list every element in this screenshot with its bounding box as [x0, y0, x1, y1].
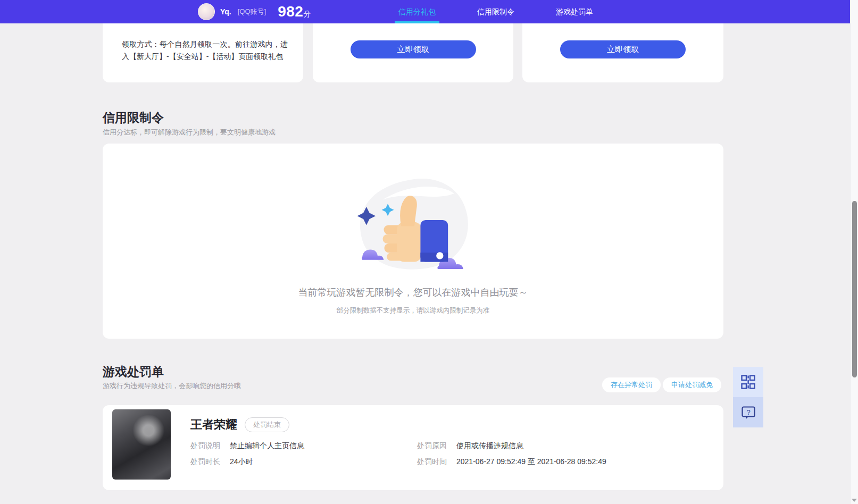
help-bubble-icon: ?: [741, 405, 756, 420]
claim-gift-button[interactable]: 立即领取: [351, 40, 476, 58]
floating-toolbar: ?: [733, 367, 763, 427]
restriction-section-title: 信用限制令: [103, 110, 164, 126]
thumbs-up-illustration: [352, 174, 474, 275]
penalty-section-title: 游戏处罚单: [103, 364, 164, 380]
user-summary: Yq. [QQ账号] 982分: [198, 0, 311, 23]
qr-code-button[interactable]: [733, 367, 763, 397]
penalty-field-description: 处罚说明禁止编辑个人主页信息: [190, 441, 304, 451]
game-thumbnail: [112, 409, 171, 480]
penalty-reduction-link[interactable]: 申请处罚减免: [663, 377, 721, 392]
scrollbar-thumb[interactable]: [852, 201, 857, 377]
scrollbar-down-arrow[interactable]: [852, 499, 857, 502]
abnormal-penalty-link[interactable]: 存在异常处罚: [602, 377, 661, 392]
help-button[interactable]: ?: [733, 397, 763, 427]
tab-game-penalty[interactable]: 游戏处罚单: [535, 0, 614, 23]
account-type: [QQ账号]: [238, 7, 266, 16]
svg-text:?: ?: [746, 408, 750, 416]
credit-page: 领取方式：每个自然月领取一次。前往游戏内，进入【新大厅】-【安全站】-【活动】页…: [0, 0, 858, 504]
restriction-section-subtitle: 信用分达标，即可解除游戏行为限制，要文明健康地游戏: [103, 128, 276, 137]
credit-score-unit: 分: [303, 10, 311, 18]
tab-credit-restriction[interactable]: 信用限制令: [456, 0, 535, 23]
gift-claim-instructions: 领取方式：每个自然月领取一次。前往游戏内，进入【新大厅】-【安全站】-【活动】页…: [122, 38, 288, 63]
restriction-empty-message: 当前常玩游戏暂无限制令，您可以在游戏中自由玩耍～: [103, 286, 723, 299]
top-nav-bar: Yq. [QQ账号] 982分 信用分礼包 信用限制令 游戏处罚单: [0, 0, 858, 23]
tab-credit-gift[interactable]: 信用分礼包: [378, 0, 456, 23]
game-name: 王者荣耀: [190, 417, 237, 433]
penalty-section-subtitle: 游戏行为违规导致处罚，会影响您的信用分哦: [103, 381, 241, 391]
vertical-scrollbar[interactable]: [850, 0, 858, 504]
penalty-field-reason: 处罚原因使用或传播违规信息: [417, 441, 523, 451]
nav-tabs: 信用分礼包 信用限制令 游戏处罚单: [378, 0, 614, 23]
qr-code-icon: [741, 375, 755, 389]
restriction-empty-card: 当前常玩游戏暂无限制令，您可以在游戏中自由玩耍～ 部分限制数据不支持显示，请以游…: [103, 144, 723, 339]
restriction-empty-note: 部分限制数据不支持显示，请以游戏内限制记录为准: [103, 306, 723, 315]
user-name: Yq.: [220, 7, 231, 16]
claim-gift-button[interactable]: 立即领取: [560, 40, 686, 58]
active-tab-underline: [395, 21, 439, 23]
penalty-status-badge: 处罚结束: [245, 417, 289, 432]
credit-score: 982分: [278, 3, 311, 20]
penalty-field-time: 处罚时间2021-06-27 09:52:49 至 2021-06-28 09:…: [417, 457, 606, 467]
avatar[interactable]: [198, 3, 215, 20]
penalty-field-duration: 处罚时长24小时: [190, 457, 253, 467]
penalty-record-card: 王者荣耀 处罚结束 处罚说明禁止编辑个人主页信息 处罚原因使用或传播违规信息 处…: [103, 405, 723, 490]
